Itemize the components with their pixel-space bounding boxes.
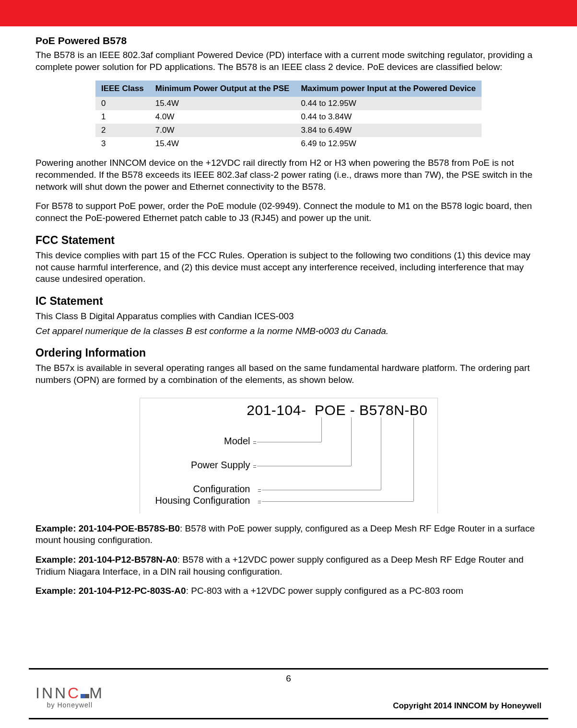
inncom-logo: INNCM by Honeywell (35, 684, 104, 709)
cell: 0.44 to 12.95W (295, 97, 482, 110)
leader-line (321, 417, 322, 442)
example-1: Example: 201-104-POE-B578S-B0: B578 with… (35, 523, 542, 546)
content-area: PoE Powered B578 The B578 is an IEEE 802… (0, 26, 577, 597)
cell: 1 (95, 110, 150, 124)
cell: 6.49 to 12.95W (295, 137, 482, 150)
footer-rule-bottom (29, 718, 548, 719)
opn-diagram: 201-104- POE - B578N-B0 Model Power Supp… (140, 398, 438, 513)
th-max-pd: Maximum power Input at the Powered Devic… (295, 81, 482, 97)
cell: 15.4W (150, 137, 295, 150)
cell: 0.44 to 3.84W (295, 110, 482, 124)
table-row: 0 15.4W 0.44 to 12.95W (95, 97, 482, 110)
example-3-bold: Example: 201-104-P12-PC-803S-A0 (35, 586, 186, 596)
para-fcc: This device complies with part 15 of the… (35, 250, 542, 285)
cell: 3.84 to 6.49W (295, 124, 482, 137)
table-row: 1 4.0W 0.44 to 3.84W (95, 110, 482, 124)
leader-line (257, 442, 321, 442)
logo-sub-text: by Honeywell (35, 701, 104, 709)
cell: 7.0W (150, 124, 295, 137)
leader-line (262, 490, 381, 490)
cell: 2 (95, 124, 150, 137)
cell: 0 (95, 97, 150, 110)
heading-ic: IC Statement (35, 295, 542, 308)
example-3-rest: : PC-803 with a +12VDC power supply conf… (186, 586, 463, 596)
label-power: Power Supply (150, 460, 250, 471)
eq-icon (253, 441, 256, 444)
example-1-bold: Example: 201-104-POE-B578S-B0 (35, 523, 180, 533)
heading-fcc: FCC Statement (35, 234, 542, 247)
example-2: Example: 201-104-P12-B578N-A0: B578 with… (35, 554, 542, 578)
opn-diagram-wrap: 201-104- POE - B578N-B0 Model Power Supp… (35, 398, 542, 513)
eq-icon (258, 489, 261, 492)
heading-ordering: Ordering Information (35, 347, 542, 359)
para-ordering: The B57x is available in several operati… (35, 362, 542, 386)
table-row: 2 7.0W 3.84 to 6.49W (95, 124, 482, 137)
cell: 4.0W (150, 110, 295, 124)
leader-line (413, 417, 414, 501)
eq-icon (258, 501, 261, 503)
heading-poe: PoE Powered B578 (35, 35, 542, 46)
leader-line (381, 417, 381, 490)
page: PoE Powered B578 The B578 is an IEEE 802… (0, 0, 577, 728)
label-model: Model (150, 436, 250, 447)
table-header-row: IEEE Class Minimum Power Output at the P… (95, 81, 482, 97)
label-config: Configuration (150, 484, 250, 495)
poe-table-wrap: IEEE Class Minimum Power Output at the P… (35, 81, 542, 150)
para-poe-warning: Powering another INNCOM device on the +1… (35, 157, 542, 193)
leader-line (351, 417, 352, 466)
para-poe-module: For B578 to support PoE power, order the… (35, 200, 542, 224)
th-class: IEEE Class (95, 81, 150, 97)
eq-icon (253, 465, 256, 468)
logo-main-text: INNCM (35, 684, 104, 702)
cell: 15.4W (150, 97, 295, 110)
copyright-text: Copyright 2014 INNCOM by Honeywell (393, 701, 542, 711)
ic-line-1: This Class B Digital Apparatus complies … (35, 311, 542, 323)
poe-class-table: IEEE Class Minimum Power Output at the P… (95, 81, 482, 150)
page-number: 6 (0, 673, 577, 684)
leader-line (257, 466, 351, 466)
footer-rule-top (29, 668, 548, 670)
cell: 3 (95, 137, 150, 150)
header-bar (0, 0, 577, 26)
para-poe-intro: The B578 is an IEEE 802.3af compliant Po… (35, 49, 542, 73)
ic-line-2: Cet apparel numerique de la classes B es… (35, 325, 542, 337)
example-2-bold: Example: 201-104-P12-B578N-A0 (35, 555, 177, 565)
opn-string: 201-104- POE - B578N-B0 (140, 402, 437, 418)
table-row: 3 15.4W 6.49 to 12.95W (95, 137, 482, 150)
th-min-pse: Minimum Power Output at the PSE (150, 81, 295, 97)
label-housing: Housing Configuration (150, 495, 250, 506)
example-3: Example: 201-104-P12-PC-803S-A0: PC-803 … (35, 585, 542, 597)
leader-line (262, 501, 413, 502)
